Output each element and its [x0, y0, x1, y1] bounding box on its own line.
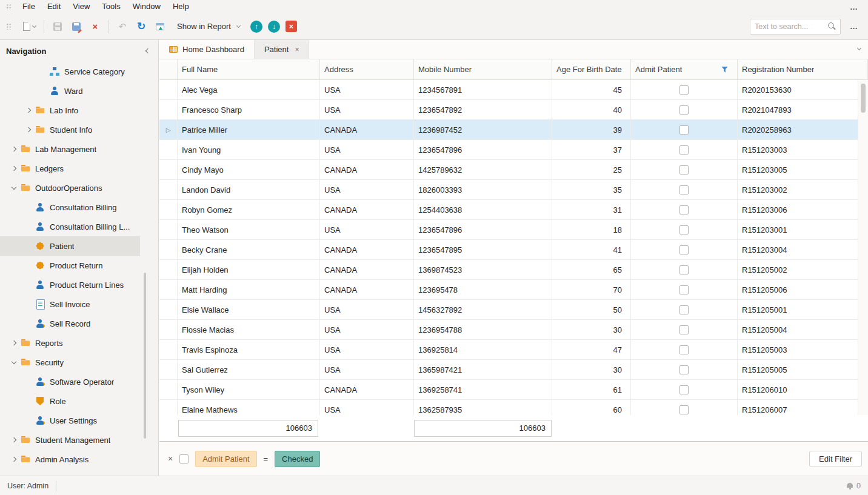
admit-patient-checkbox[interactable] [679, 265, 689, 274]
cell-age-for-birth-date[interactable]: 41 [552, 240, 631, 259]
menu-grip-icon[interactable] [6, 4, 12, 10]
table-row[interactable]: Flossie MaciasUSA123695478830R151205004 [159, 320, 868, 340]
cell-full-name[interactable]: Elaine Mathews [178, 400, 320, 415]
cell-registration-number[interactable]: R2020258963 [738, 120, 868, 139]
cell-registration-number[interactable]: R2020153630 [738, 80, 868, 99]
filter-field-chip[interactable]: Admit Patient [195, 451, 256, 467]
cell-admit-patient[interactable] [631, 280, 738, 299]
chevron-right-icon[interactable] [22, 108, 35, 112]
menu-item-help[interactable]: Help [167, 0, 195, 13]
cell-mobile-number[interactable]: 1236547896 [414, 220, 552, 239]
table-row[interactable]: Robyn GomezCANADA125440363831R151203006 [159, 200, 868, 220]
save-as-button[interactable] [70, 18, 83, 35]
cell-age-for-birth-date[interactable]: 61 [552, 380, 631, 399]
table-row[interactable]: Theo WatsonUSA123654789618R151203001 [159, 220, 868, 240]
cell-address[interactable]: USA [320, 400, 414, 415]
delete-button[interactable]: × [88, 18, 102, 35]
cell-mobile-number[interactable]: 1365987421 [414, 360, 552, 379]
cell-full-name[interactable]: Tyson Wiley [178, 380, 320, 399]
cell-registration-number[interactable]: R151203004 [738, 240, 868, 259]
sidebar-item-consultation-billing-l[interactable]: Consultation Billing L... [0, 217, 140, 236]
sidebar-item-sell-invoice[interactable]: Sell Invoice [0, 294, 140, 314]
table-row[interactable]: Elsie WallaceUSA145632789250R151205001 [159, 300, 868, 320]
admit-patient-checkbox[interactable] [679, 285, 689, 294]
move-down-button[interactable]: ↓ [268, 21, 280, 33]
menu-item-window[interactable]: Window [127, 0, 167, 13]
cell-admit-patient[interactable] [631, 360, 738, 379]
column-header-age-for-birth-date[interactable]: Age For Birth Date [552, 59, 631, 79]
sidebar-item-security[interactable]: Security [0, 353, 140, 372]
cell-age-for-birth-date[interactable]: 37 [552, 140, 631, 159]
cell-full-name[interactable]: Ivan Young [178, 140, 320, 159]
table-row[interactable]: Cindy MayoCANADA142578963225R151203005 [159, 160, 868, 180]
cell-address[interactable]: CANADA [320, 280, 414, 299]
cell-age-for-birth-date[interactable]: 35 [552, 180, 631, 199]
toolbar-overflow-button[interactable]: … [846, 22, 862, 31]
cell-mobile-number[interactable]: 1236547896 [414, 140, 552, 159]
cell-registration-number[interactable]: R151206010 [738, 380, 868, 399]
tab-patient[interactable]: Patient × [255, 40, 310, 59]
cell-age-for-birth-date[interactable]: 70 [552, 280, 631, 299]
admit-patient-checkbox[interactable] [679, 205, 689, 214]
show-in-report-dropdown[interactable]: Show in Report [172, 22, 245, 31]
cell-admit-patient[interactable] [631, 380, 738, 399]
cell-address[interactable]: CANADA [320, 200, 414, 219]
menu-item-file[interactable]: File [16, 0, 41, 13]
cell-mobile-number[interactable]: 1456327892 [414, 300, 552, 319]
cell-address[interactable]: USA [320, 340, 414, 359]
cell-full-name[interactable]: Theo Watson [178, 220, 320, 239]
cell-full-name[interactable]: Elsie Wallace [178, 300, 320, 319]
sidebar-item-product-return-lines[interactable]: Product Return Lines [0, 275, 140, 294]
new-document-button[interactable] [22, 18, 37, 35]
cell-registration-number[interactable]: R151205005 [738, 360, 868, 379]
nav-scrollbar-thumb[interactable] [144, 273, 146, 439]
tab-home-dashboard[interactable]: Home Dashboard [159, 40, 255, 59]
cell-address[interactable]: CANADA [320, 160, 414, 179]
sidebar-item-admin-analysis[interactable]: Admin Analysis [0, 450, 140, 469]
cell-full-name[interactable]: Landon David [178, 180, 320, 199]
cell-admit-patient[interactable] [631, 140, 738, 159]
sidebar-item-reports[interactable]: Reports [0, 333, 140, 353]
sidebar-item-product-return[interactable]: Product Return [0, 256, 140, 275]
admit-patient-checkbox[interactable] [679, 245, 689, 254]
cell-registration-number[interactable]: R151205006 [738, 280, 868, 299]
cell-registration-number[interactable]: R151203005 [738, 160, 868, 179]
undo-button[interactable]: ↶ [116, 18, 129, 35]
cell-mobile-number[interactable]: 1236954788 [414, 320, 552, 339]
cell-address[interactable]: CANADA [320, 260, 414, 279]
cell-full-name[interactable]: Francesco Sharp [178, 100, 320, 119]
sidebar-item-lab-info[interactable]: Lab Info [0, 101, 140, 120]
cell-age-for-birth-date[interactable]: 30 [552, 320, 631, 339]
cell-mobile-number[interactable]: 1826003393 [414, 180, 552, 199]
admit-patient-checkbox[interactable] [679, 405, 689, 414]
menu-overflow-button[interactable]: … [846, 2, 862, 12]
grid-scrollbar-thumb[interactable] [861, 84, 866, 113]
chevron-right-icon[interactable] [7, 167, 21, 170]
cell-admit-patient[interactable] [631, 80, 738, 99]
column-header-registration-number[interactable]: Registration Number [738, 59, 868, 79]
filter-funnel-icon[interactable] [721, 67, 728, 73]
cell-address[interactable]: USA [320, 220, 414, 239]
cell-full-name[interactable]: Travis Espinoza [178, 340, 320, 359]
cell-registration-number[interactable]: R2021047893 [738, 100, 868, 119]
table-row[interactable]: ▷Patrice MillerCANADA123698745239R202025… [159, 120, 868, 140]
sidebar-item-consultation-billing[interactable]: Consultation Billing [0, 198, 140, 217]
cell-address[interactable]: USA [320, 100, 414, 119]
toolbar-grip-icon[interactable] [6, 23, 12, 30]
chevron-right-icon[interactable] [22, 128, 35, 131]
cell-registration-number[interactable]: R151203006 [738, 200, 868, 219]
admit-patient-checkbox[interactable] [679, 185, 689, 194]
table-row[interactable]: Travis EspinozaUSA13692581447R151205003 [159, 340, 868, 360]
filter-operator[interactable]: = [264, 454, 269, 463]
admit-patient-checkbox[interactable] [679, 145, 689, 154]
export-report-button[interactable] [153, 18, 167, 35]
cell-address[interactable]: USA [320, 360, 414, 379]
cell-full-name[interactable]: Cindy Mayo [178, 160, 320, 179]
cell-mobile-number[interactable]: 1236547895 [414, 240, 552, 259]
chevron-right-icon[interactable] [7, 438, 21, 442]
table-row[interactable]: Sal GutierrezUSA136598742130R151205005 [159, 360, 868, 380]
admit-patient-checkbox[interactable] [679, 345, 689, 354]
table-row[interactable]: Ivan YoungUSA123654789637R151203003 [159, 140, 868, 160]
cell-address[interactable]: USA [320, 80, 414, 99]
cell-mobile-number[interactable]: 123695478 [414, 280, 552, 299]
